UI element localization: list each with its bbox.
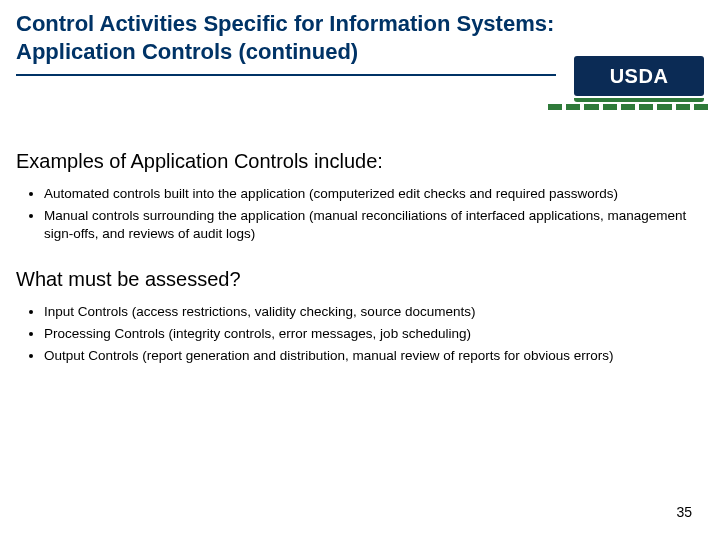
title-line-1: Control Activities Specific for Informat… xyxy=(16,11,554,36)
logo-box: USDA xyxy=(574,56,704,96)
logo-bar xyxy=(574,98,704,102)
usda-logo: USDA xyxy=(574,56,704,108)
list-item: Manual controls surrounding the applicat… xyxy=(44,207,704,243)
list-item: Automated controls built into the applic… xyxy=(44,185,704,203)
bullet-list-1: Automated controls built into the applic… xyxy=(44,185,704,244)
body: Examples of Application Controls include… xyxy=(16,150,704,389)
logo-text: USDA xyxy=(610,65,669,88)
list-item: Processing Controls (integrity controls,… xyxy=(44,325,704,343)
section-heading-2: What must be assessed? xyxy=(16,268,704,291)
slide: Control Activities Specific for Informat… xyxy=(0,0,720,540)
title-underline xyxy=(16,74,556,76)
accent-dashes xyxy=(548,104,708,110)
list-item: Output Controls (report generation and d… xyxy=(44,347,704,365)
page-number: 35 xyxy=(676,504,692,520)
slide-title: Control Activities Specific for Informat… xyxy=(16,10,556,65)
bullet-list-2: Input Controls (access restrictions, val… xyxy=(44,303,704,366)
title-line-2: Application Controls (continued) xyxy=(16,39,358,64)
section-heading-1: Examples of Application Controls include… xyxy=(16,150,704,173)
list-item: Input Controls (access restrictions, val… xyxy=(44,303,704,321)
